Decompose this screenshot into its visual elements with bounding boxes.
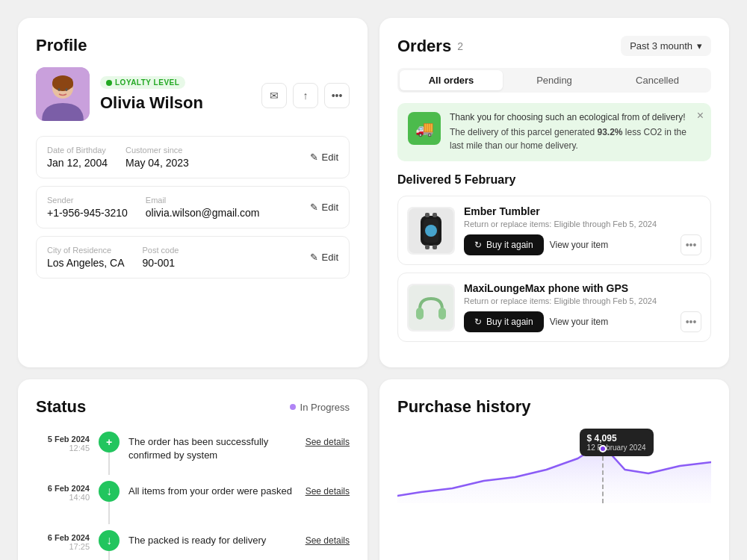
buy-again-button-1[interactable]: ↻ Buy it again — [464, 234, 544, 255]
postcode-value: 90-001 — [143, 257, 179, 269]
svg-point-4 — [66, 88, 68, 91]
city-label: City of Residence — [47, 246, 125, 255]
profile-header: LOYALTY LEVEL Olivia Wilson ✉ ↑ ••• — [36, 67, 350, 121]
more-options-button[interactable]: ••• — [324, 83, 350, 108]
delivered-label: Delivered 5 February — [397, 173, 711, 187]
city-value: Los Angeles, CA — [47, 257, 125, 269]
ellipsis-icon-1: ••• — [686, 239, 697, 251]
svg-rect-13 — [409, 285, 453, 330]
order-item-1: Ember Tumbler Return or replace items: E… — [397, 196, 711, 265]
edit-address-button[interactable]: ✎ Edit — [310, 252, 338, 263]
svg-rect-11 — [425, 245, 430, 249]
dob-label: Date of Birthday — [47, 146, 108, 155]
profile-info: LOYALTY LEVEL Olivia Wilson — [100, 75, 251, 113]
order-img-2 — [407, 284, 455, 332]
edit-dob-button[interactable]: ✎ Edit — [310, 152, 338, 163]
tab-all-orders[interactable]: All orders — [400, 70, 503, 90]
tab-cancelled[interactable]: Cancelled — [606, 70, 709, 90]
svg-point-8 — [425, 225, 437, 237]
postcode-label: Post code — [143, 246, 179, 255]
ellipsis-icon-2: ••• — [686, 316, 697, 328]
tooltip-amount: $ 4,095 — [587, 433, 646, 444]
email-value: olivia.wilson@gmail.com — [146, 207, 260, 219]
profile-title: Profile — [36, 36, 350, 55]
svg-rect-14 — [416, 308, 424, 320]
status-text: In Progress — [300, 402, 350, 413]
more-order-button-1[interactable]: ••• — [681, 234, 701, 255]
tl-text-0: The order has been successfully confirme… — [128, 432, 298, 462]
tl-line-2 — [108, 551, 110, 560]
refresh-icon-2: ↻ — [474, 317, 482, 327]
orders-card: Orders 2 Past 3 mounth ▾ All orders Pend… — [379, 18, 729, 367]
order-details-2: MaxiLoungeMax phone with GPS Return or r… — [464, 282, 701, 332]
chart-area: $ 4,095 12 February 2024 — [397, 429, 711, 511]
tl-icon-2: ↓ — [99, 530, 120, 551]
dob-row: Date of Birthday Jan 12, 2004 Customer s… — [36, 136, 350, 178]
email-button[interactable]: ✉ — [261, 83, 287, 108]
loyalty-badge: LOYALTY LEVEL — [100, 76, 185, 89]
orders-title: Orders — [397, 37, 451, 56]
eco-highlight: 93.2% — [597, 127, 622, 137]
chart-dot — [599, 445, 607, 452]
avatar — [36, 67, 90, 121]
svg-rect-15 — [438, 308, 446, 320]
eco-desc: The delivery of this parcel generated 93… — [450, 125, 701, 152]
order-name-1: Ember Tumbler — [464, 205, 701, 217]
tl-line-1 — [108, 502, 110, 524]
tl-link-1[interactable]: See details — [306, 481, 350, 497]
sender-value: +1-956-945-3210 — [47, 207, 128, 219]
tl-icon-1: ↓ — [99, 481, 120, 502]
address-fields: City of Residence Los Angeles, CA Post c… — [47, 246, 304, 269]
tl-line-0 — [108, 452, 110, 475]
status-card: Status In Progress 5 Feb 2024 12:45 + Th… — [18, 379, 368, 560]
customer-since-label: Customer since — [125, 146, 189, 155]
svg-rect-12 — [433, 245, 437, 249]
svg-rect-9 — [425, 213, 430, 217]
order-return-2: Return or replace items: Eligible throug… — [464, 296, 701, 305]
email-icon: ✉ — [270, 90, 279, 102]
order-img-1 — [407, 207, 455, 255]
status-header: Status In Progress — [36, 397, 350, 417]
eco-truck-icon: 🚚 — [408, 112, 441, 145]
edit-pencil-icon2: ✎ — [310, 202, 318, 213]
buy-again-button-2[interactable]: ↻ Buy it again — [464, 311, 544, 332]
dob-field: Date of Birthday Jan 12, 2004 — [47, 146, 108, 169]
customer-since-value: May 04, 2023 — [125, 157, 189, 169]
order-tabs: All orders Pending Cancelled — [397, 68, 711, 93]
edit-pencil-icon: ✎ — [310, 152, 318, 163]
tl-time-2: 6 Feb 2024 17:25 — [36, 530, 90, 551]
timeline-item-0: 5 Feb 2024 12:45 + The order has been su… — [36, 432, 350, 475]
view-item-button-1[interactable]: View your item — [550, 240, 608, 250]
refresh-icon-1: ↻ — [474, 240, 482, 250]
tl-link-0[interactable]: See details — [306, 432, 350, 447]
filter-button[interactable]: Past 3 mounth ▾ — [621, 36, 711, 56]
status-dot — [290, 404, 296, 410]
tl-text-2: The packed is ready for delivery — [128, 530, 298, 547]
contact-row: Sender +1-956-945-3210 Email olivia.wils… — [36, 186, 350, 228]
order-actions-2: ↻ Buy it again View your item ••• — [464, 311, 701, 332]
tl-time-0: 5 Feb 2024 12:45 — [36, 432, 90, 452]
edit-pencil-icon3: ✎ — [310, 252, 318, 263]
eco-banner: 🚚 Thank you for choosing such an ecologi… — [397, 103, 711, 161]
timeline: 5 Feb 2024 12:45 + The order has been su… — [36, 432, 350, 560]
dob-value: Jan 12, 2004 — [47, 157, 108, 169]
eco-desc-pre: The delivery of this parcel generated — [450, 127, 597, 137]
more-icon: ••• — [332, 90, 343, 102]
tab-pending[interactable]: Pending — [503, 70, 606, 90]
city-field: City of Residence Los Angeles, CA — [47, 246, 125, 269]
eco-desc-mid: less CO2 — [622, 127, 662, 137]
orders-title-group: Orders 2 — [397, 37, 463, 56]
eco-title: Thank you for choosing such an ecologica… — [450, 112, 701, 122]
tl-icon-col-1: ↓ — [97, 481, 121, 524]
postcode-field: Post code 90-001 — [143, 246, 179, 269]
eco-close-button[interactable]: × — [697, 109, 704, 122]
order-actions-1: ↻ Buy it again View your item ••• — [464, 234, 701, 255]
sender-field: Sender +1-956-945-3210 — [47, 196, 128, 219]
view-item-button-2[interactable]: View your item — [550, 317, 608, 327]
edit-contact-button[interactable]: ✎ Edit — [310, 202, 338, 213]
more-order-button-2[interactable]: ••• — [681, 311, 701, 332]
customer-since-field: Customer since May 04, 2023 — [125, 146, 189, 169]
tl-link-2[interactable]: See details — [306, 530, 350, 546]
share-button[interactable]: ↑ — [293, 83, 318, 108]
profile-name: Olivia Wilson — [100, 93, 251, 113]
